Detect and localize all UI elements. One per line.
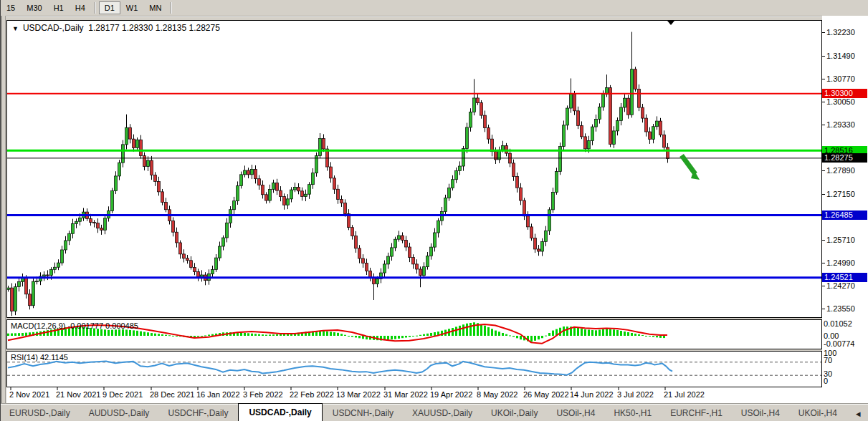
rsi-indicator-panel[interactable] <box>6 351 822 387</box>
price-tick-mark <box>822 125 825 125</box>
toolbar-separator <box>95 2 95 14</box>
chart-tab-xauusd-daily[interactable]: XAUUSD-,Daily <box>404 405 481 421</box>
date-label: 13 Mar 2022 <box>336 390 381 399</box>
chart-tab-usdcnh-daily[interactable]: USDCNH-,Daily <box>324 405 402 421</box>
symbol-tab-bar: EURUSD-,DailyAUDUSD-,DailyUSDCHF-,DailyU… <box>1 403 868 421</box>
price-tick-label: 1.30050 <box>826 97 855 106</box>
price-tick-mark <box>822 263 825 263</box>
indicator-axis-label: -0.00774 <box>824 339 854 348</box>
price-tick-label: 1.23550 <box>826 304 855 313</box>
hline-price-label: 1.30300 <box>822 89 867 98</box>
indicator-axis-label: 70 <box>824 356 832 364</box>
chart-tab-ukoil-h4[interactable]: UKOil-,H4 <box>790 405 846 421</box>
tab-scroll-arrows[interactable]: ◄ ► <box>854 410 868 418</box>
timeframe-button-15[interactable]: 15 <box>1 1 21 14</box>
price-tick-label: 1.30770 <box>826 74 855 83</box>
chart-tab-ukoil-daily[interactable]: UKOil-,Daily <box>482 405 546 421</box>
timeframe-button-d1[interactable]: D1 <box>99 1 120 14</box>
price-tick-mark <box>822 309 825 309</box>
macd-indicator-label: MACD(12,26,9) -0.001777 0.000485 <box>11 321 138 330</box>
date-label: 9 Dec 2021 <box>102 390 143 399</box>
ohlc-close-value: 1.28275 <box>189 23 219 33</box>
timeframe-button-mn[interactable]: MN <box>143 1 167 14</box>
price-tick-label: 1.24270 <box>826 281 855 290</box>
ohlc-high-value: 1.28330 <box>122 23 153 33</box>
price-tick-mark <box>822 32 825 33</box>
chart-tab-eurusd-daily[interactable]: EURUSD-,Daily <box>1 405 79 421</box>
date-label: 3 Jul 2022 <box>617 390 654 399</box>
price-tick-label: 1.24990 <box>826 258 855 267</box>
indicator-axis-label: 0.01052 <box>824 319 852 328</box>
chevron-down-icon[interactable]: ▼ <box>12 25 19 32</box>
date-label: 3 Feb 2022 <box>243 390 283 399</box>
date-label: 14 Jun 2022 <box>570 390 614 399</box>
rsi-name: RSI(14) <box>11 353 38 362</box>
hline-price-label: 1.28275 <box>822 153 867 163</box>
hline-price-label: 1.26485 <box>822 210 867 220</box>
date-axis[interactable]: 2 Nov 202121 Nov 20219 Dec 202128 Dec 20… <box>6 387 822 403</box>
chart-tab-usoil-h4[interactable]: USOil-,H4 <box>733 405 788 421</box>
chart-symbol-label: USDCAD-,Daily <box>23 23 84 33</box>
price-tick-label: 1.27890 <box>826 166 855 175</box>
timeframe-button-h1[interactable]: H1 <box>48 1 70 14</box>
price-tick-mark <box>822 56 825 57</box>
date-label: 8 May 2022 <box>477 390 518 399</box>
date-label: 31 Mar 2022 <box>383 390 428 399</box>
price-tick-label: 1.29330 <box>826 120 855 129</box>
timeframe-button-m30[interactable]: M30 <box>21 1 47 14</box>
timeframe-button-h4[interactable]: H4 <box>70 1 91 14</box>
rsi-indicator-label: RSI(14) 42.1145 <box>11 353 68 362</box>
trading-terminal-window: 15M30H1H4D1W1MN ▼USDCAD-,Daily 1.28177 1… <box>0 0 868 421</box>
timeframe-button-w1[interactable]: W1 <box>120 1 144 14</box>
chart-symbol-header: ▼USDCAD-,Daily 1.28177 1.28330 1.28135 1… <box>12 23 220 33</box>
macd-signal-value: 0.000485 <box>105 321 138 330</box>
chart-tab-usoil-h4[interactable]: USOil-,H4 <box>548 405 604 421</box>
date-label: 21 Jul 2022 <box>664 390 705 399</box>
price-tick-mark <box>822 102 825 102</box>
price-tick-mark <box>822 170 825 171</box>
macd-name: MACD(12,26,9) <box>11 321 65 330</box>
ohlc-low-value: 1.28135 <box>156 23 186 33</box>
price-tick-mark <box>822 194 825 195</box>
rsi-value: 42.1145 <box>40 353 68 362</box>
price-tick-mark <box>822 240 825 241</box>
hline-price-label: 1.24521 <box>822 273 867 282</box>
chart-tab-hk50-h1[interactable]: HK50-,H1 <box>605 405 660 421</box>
date-label: 21 Nov 2021 <box>56 390 100 399</box>
left-window-gutter <box>1 16 6 403</box>
indicator-axis-label: 0 <box>824 377 828 385</box>
chart-tab-usdcad-daily[interactable]: USDCAD-,Daily <box>238 403 322 421</box>
price-tick-label: 1.27150 <box>826 190 855 198</box>
date-label: 26 May 2022 <box>523 390 569 399</box>
chart-tab-usdchf-daily[interactable]: USDCHF-,Daily <box>159 405 237 421</box>
macd-main-value: -0.001777 <box>67 321 103 330</box>
date-label: 28 Dec 2021 <box>150 390 194 399</box>
date-label: 2 Nov 2021 <box>9 390 49 399</box>
date-label: 16 Jan 2022 <box>196 390 240 399</box>
price-tick-mark <box>822 79 825 79</box>
price-tick-label: 1.31490 <box>826 52 855 60</box>
price-chart-panel[interactable] <box>6 20 822 318</box>
timeframe-toolbar: 15M30H1H4D1W1MN <box>1 0 868 16</box>
date-label: 19 Apr 2022 <box>430 390 472 399</box>
date-label: 22 Feb 2022 <box>290 390 334 399</box>
chart-tab-audusd-daily[interactable]: AUDUSD-,Daily <box>80 405 158 421</box>
price-tick-label: 1.32230 <box>826 28 855 37</box>
toolbar-separator <box>171 2 171 14</box>
chart-tab-eurchf-h1[interactable]: EURCHF-,H1 <box>662 405 731 421</box>
price-tick-mark <box>822 286 825 286</box>
price-tick-label: 1.25710 <box>826 236 855 244</box>
ohlc-open-value: 1.28177 <box>88 23 119 33</box>
